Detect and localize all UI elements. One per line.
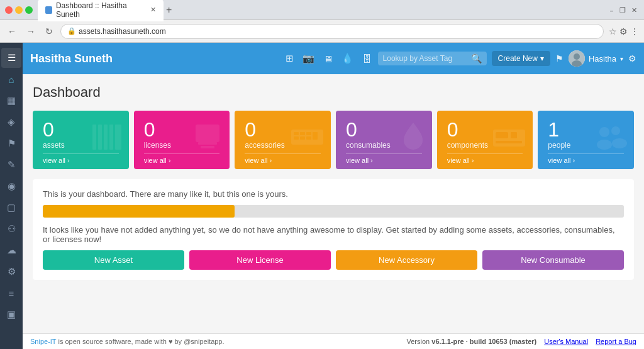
os-close-button[interactable]: ✕ [629, 6, 639, 14]
accessories-icon [290, 125, 325, 156]
licenses-arrow: › [169, 157, 171, 164]
user-manual-link[interactable]: User's Manual [544, 338, 588, 345]
back-button[interactable]: ← [5, 25, 19, 38]
notifications-button[interactable]: ⚑ [555, 53, 564, 64]
extensions-button[interactable]: ⚙ [619, 26, 628, 36]
stat-card-consumables: 0 consumables view all › [336, 111, 432, 169]
user-chevron: ▾ [620, 55, 623, 62]
reload-button[interactable]: ↻ [43, 25, 55, 38]
browser-chrome: Dashboard :: Hasitha Suneth ✕ + － ❐ ✕ [0, 0, 644, 20]
new-asset-button[interactable]: New Asset [43, 250, 184, 270]
tab-title: Dashboard :: Hasitha Suneth [56, 1, 144, 19]
create-new-button[interactable]: Create New ▾ [492, 51, 550, 66]
settings-cog-button[interactable]: ⚙ [628, 53, 636, 64]
svg-rect-14 [294, 136, 299, 140]
forward-button[interactable]: → [24, 25, 38, 38]
bookmark-button[interactable]: ☆ [609, 26, 617, 36]
nav-monitor-icon[interactable]: 🖥 [322, 52, 334, 65]
svg-point-27 [612, 138, 627, 148]
address-bar: ← → ↻ 🔒 assets.hasithasuneth.com ☆ ⚙ ⋮ [0, 20, 644, 43]
page-title: Dashboard [33, 84, 634, 101]
nav-droplet-icon[interactable]: 💧 [340, 52, 355, 65]
tab-close-button[interactable]: ✕ [150, 6, 156, 14]
components-view-all[interactable]: view all [447, 157, 470, 164]
licenses-icon [192, 121, 223, 159]
nav-camera-icon[interactable]: 📷 [301, 52, 316, 65]
action-buttons: New Asset New License New Accessory New … [43, 250, 624, 270]
sidebar-item-square[interactable]: ▣ [1, 304, 21, 324]
accessories-arrow: › [269, 157, 272, 164]
svg-rect-6 [109, 125, 113, 150]
version-value: v6.1.1-pre · build 10653 (master) [431, 338, 536, 345]
assets-icon [91, 121, 123, 159]
active-tab[interactable]: Dashboard :: Hasitha Suneth ✕ [38, 0, 164, 21]
new-accessory-button[interactable]: New Accessory [336, 250, 477, 270]
consumables-view-all[interactable]: view all [346, 157, 369, 164]
report-bug-link[interactable]: Report a Bug [596, 338, 636, 345]
svg-rect-22 [511, 132, 517, 138]
svg-rect-7 [115, 125, 121, 150]
window-controls [5, 6, 33, 14]
nav-grid-icon[interactable]: ⊞ [284, 52, 295, 65]
sidebar-item-tag[interactable]: ◈ [1, 112, 21, 132]
menu-button[interactable]: ⋮ [630, 26, 639, 36]
user-name: Hasitha [589, 54, 616, 64]
close-button[interactable] [5, 6, 13, 14]
minimize-button[interactable] [15, 6, 23, 14]
new-tab-button[interactable]: + [166, 4, 172, 16]
sidebar-item-cloud[interactable]: ☁ [1, 240, 21, 260]
maximize-button[interactable] [25, 6, 33, 14]
svg-rect-16 [300, 136, 305, 140]
svg-point-26 [611, 126, 620, 135]
people-view-all[interactable]: view all [548, 157, 570, 164]
svg-rect-18 [306, 136, 311, 140]
dashboard-message: This is your dashboard. There are many l… [33, 179, 634, 280]
secure-icon: 🔒 [67, 27, 76, 35]
sidebar-item-users[interactable]: ⚇ [1, 219, 21, 239]
search-input[interactable] [380, 52, 469, 65]
sidebar-item-edit[interactable]: ✎ [1, 155, 21, 175]
assets-view-all[interactable]: view all [43, 157, 65, 164]
progress-bar-inner [43, 205, 235, 218]
nav-quick-icons: ⊞ 📷 🖥 💧 🗄 [284, 52, 373, 65]
main-area: Hasitha Suneth ⊞ 📷 🖥 💧 🗄 🔍 Create New ▾ … [23, 43, 644, 349]
snipeit-link[interactable]: Snipe-IT [30, 338, 56, 345]
sidebar-item-home[interactable]: ⌂ [1, 69, 21, 89]
sidebar: ☰ ⌂ ▦ ◈ ⚑ ✎ ◉ ▢ ⚇ ☁ ⚙ ≡ ▣ [0, 43, 23, 349]
sidebar-item-box[interactable]: ▢ [1, 197, 21, 218]
svg-point-24 [599, 127, 609, 137]
search-button[interactable]: 🔍 [469, 52, 484, 65]
accessories-view-all[interactable]: view all [245, 157, 267, 164]
svg-rect-17 [306, 132, 311, 135]
os-min-button[interactable]: － [606, 6, 616, 14]
search-box[interactable]: 🔍 [378, 52, 487, 65]
url-text: assets.hasithasuneth.com [79, 27, 166, 36]
components-icon [492, 125, 526, 155]
os-window-controls: － ❐ ✕ [606, 6, 639, 14]
sidebar-item-settings[interactable]: ⚙ [1, 262, 21, 282]
svg-point-25 [597, 140, 612, 150]
sidebar-item-menu[interactable]: ☰ [1, 48, 21, 68]
people-icon [593, 125, 628, 156]
sidebar-item-alert[interactable]: ⚑ [1, 133, 21, 153]
footer: Snipe-IT is open source software, made w… [23, 333, 644, 349]
licenses-view-all[interactable]: view all [144, 157, 167, 164]
new-license-button[interactable]: New License [189, 250, 331, 270]
footer-desc: is open source software, made with ♥ by … [56, 338, 224, 345]
svg-rect-23 [496, 141, 522, 143]
components-footer[interactable]: view all › [447, 153, 523, 164]
stat-card-accessories: 0 accessories [235, 111, 331, 169]
nav-server-icon[interactable]: 🗄 [361, 52, 373, 65]
people-arrow: › [572, 157, 575, 164]
user-area[interactable]: Hasitha ▾ [569, 50, 623, 67]
sidebar-item-drop[interactable]: ◉ [1, 176, 21, 196]
sidebar-item-chart[interactable]: ▦ [1, 91, 21, 111]
url-box[interactable]: 🔒 assets.hasithasuneth.com [60, 24, 604, 39]
svg-point-1 [574, 53, 580, 60]
sidebar-item-list[interactable]: ≡ [1, 283, 21, 303]
svg-rect-9 [198, 142, 217, 145]
new-consumable-button[interactable]: New Consumable [482, 250, 624, 270]
os-restore-button[interactable]: ❐ [618, 6, 628, 14]
stat-card-components: 0 components view all › [437, 111, 533, 169]
svg-rect-10 [201, 146, 214, 148]
